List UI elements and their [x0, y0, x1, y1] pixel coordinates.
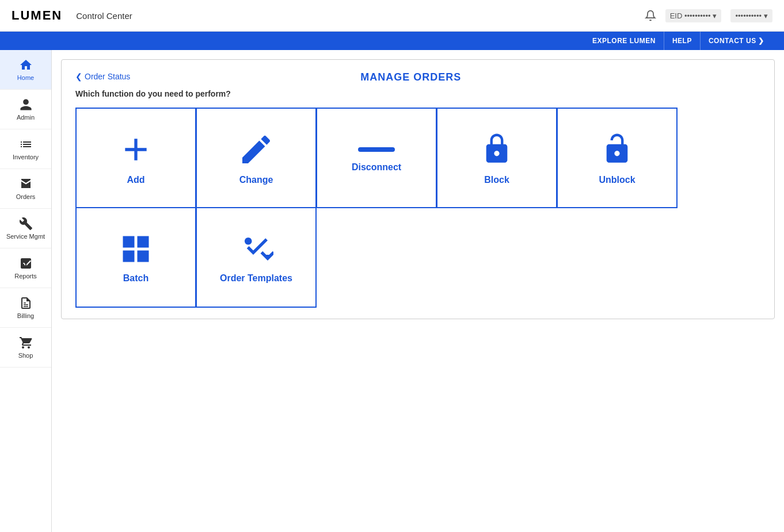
user-dropdown[interactable]: •••••••••• ▾ [730, 9, 772, 22]
add-label: Add [127, 175, 144, 185]
orders-icon [19, 177, 33, 191]
reports-icon [19, 257, 33, 270]
content-area: ❮ Order Status MANAGE ORDERS Which funct… [52, 50, 784, 532]
logo: LUMEN [12, 8, 62, 23]
function-question: Which function do you need to perform? [75, 89, 760, 98]
sub-header: EXPLORE LUMENHELPCONTACT US ❯ [0, 32, 784, 50]
change-label: Change [239, 175, 273, 185]
change-icon [238, 131, 275, 168]
explore-lumen-link[interactable]: EXPLORE LUMEN [584, 32, 664, 50]
inventory-icon [19, 137, 33, 151]
unblock-tile[interactable]: Unblock [557, 108, 678, 208]
billing-icon [19, 296, 33, 310]
service-mgmt-icon [19, 217, 33, 231]
batch-icon [119, 232, 153, 266]
eid-dropdown[interactable]: EID •••••••••• ▾ [665, 9, 722, 22]
notification-bell-icon[interactable] [645, 10, 656, 21]
order-templates-tile[interactable]: Order Templates [196, 207, 317, 308]
sidebar-item-service-mgmt[interactable]: Service Mgmt [0, 209, 51, 248]
add-icon [117, 131, 154, 168]
svg-rect-0 [358, 147, 395, 152]
panel-top-row: ❮ Order Status MANAGE ORDERS [75, 71, 760, 83]
sidebar-item-inventory[interactable]: Inventory [0, 129, 51, 169]
disconnect-icon [358, 144, 395, 155]
batch-label: Batch [123, 273, 149, 284]
tiles-row-1: Add Change [75, 108, 760, 208]
order-templates-label: Order Templates [220, 273, 292, 284]
block-tile[interactable]: Block [436, 108, 557, 208]
block-icon [481, 131, 513, 168]
sidebar-item-home[interactable]: Home [0, 50, 51, 90]
header-right: EID •••••••••• ▾ •••••••••• ▾ [645, 9, 772, 22]
top-header: LUMEN Control Center EID •••••••••• ▾ ••… [0, 0, 784, 32]
shop-icon [19, 336, 33, 350]
home-icon [19, 58, 33, 72]
batch-tile[interactable]: Batch [75, 207, 196, 308]
unblock-icon [601, 131, 633, 168]
back-to-order-status-link[interactable]: ❮ Order Status [75, 72, 130, 81]
help-link[interactable]: HELP [664, 32, 701, 50]
manage-orders-panel: ❮ Order Status MANAGE ORDERS Which funct… [61, 59, 775, 319]
admin-icon [19, 98, 33, 112]
sidebar-item-orders[interactable]: Orders [0, 169, 51, 209]
panel-title: MANAGE ORDERS [360, 71, 461, 83]
block-label: Block [484, 175, 509, 185]
app-title: Control Center [76, 11, 644, 21]
sidebar-item-shop[interactable]: Shop [0, 328, 51, 368]
main-layout: Home Admin Inventory [0, 50, 784, 532]
change-tile[interactable]: Change [196, 108, 317, 208]
tiles-row-2: Batch Order Templates [75, 207, 760, 307]
sidebar-item-reports[interactable]: Reports [0, 248, 51, 288]
sidebar-item-admin[interactable]: Admin [0, 90, 51, 129]
add-tile[interactable]: Add [75, 108, 196, 208]
disconnect-tile[interactable]: Disconnect [316, 108, 437, 208]
disconnect-label: Disconnect [352, 162, 401, 173]
order-templates-icon [239, 232, 273, 266]
contact-us-link[interactable]: CONTACT US ❯ [701, 32, 772, 50]
unblock-label: Unblock [599, 175, 635, 185]
sidebar: Home Admin Inventory [0, 50, 52, 532]
sidebar-item-billing[interactable]: Billing [0, 288, 51, 328]
